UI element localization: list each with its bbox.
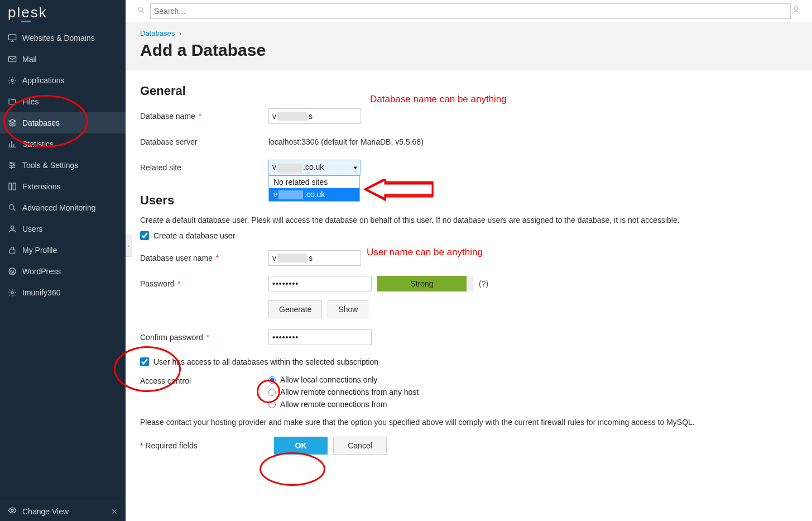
sidebar-item-label: Applications <box>22 76 65 85</box>
access-any-radio[interactable] <box>268 389 276 396</box>
breadcrumb: Databases › <box>140 29 797 37</box>
firewall-note: Please contact your hosting provider and… <box>140 418 797 427</box>
sidebar-item-label: Extensions <box>22 182 60 191</box>
ok-button[interactable]: OK <box>274 437 328 455</box>
all-access-checkbox[interactable] <box>140 357 149 366</box>
sidebar-item-mail[interactable]: Mail <box>0 49 126 70</box>
close-icon[interactable]: ✕ <box>111 507 118 516</box>
password-strength: Strong <box>377 276 467 291</box>
access-local-label: Allow local connections only <box>280 375 377 384</box>
label-password: Password * <box>140 279 268 288</box>
access-from-label: Allow remote connections from <box>280 400 387 409</box>
redacted-block <box>277 112 307 121</box>
chevron-right-icon: › <box>179 29 181 37</box>
sidebar-item-websites[interactable]: Websites & Domains <box>0 27 126 49</box>
related-site-dropdown: No related sites v.co.uk <box>268 175 360 202</box>
brand-logo: plesk <box>0 0 126 25</box>
svg-rect-0 <box>8 35 16 40</box>
sidebar-item-imunify[interactable]: Imunify360 <box>0 282 126 303</box>
users-description: Create a default database user. Plesk wi… <box>140 216 797 224</box>
sidebar-item-wordpress[interactable]: WordPress <box>0 261 126 282</box>
change-view-label: Change View <box>22 507 69 516</box>
bars-icon <box>8 140 17 149</box>
svg-point-14 <box>138 7 143 12</box>
sidebar-item-label: Tools & Settings <box>22 161 78 170</box>
svg-rect-6 <box>9 183 12 190</box>
section-users: Users <box>140 193 797 208</box>
svg-point-13 <box>11 509 13 512</box>
svg-rect-7 <box>13 183 16 190</box>
confirm-password-input[interactable]: •••••••• <box>268 329 372 345</box>
sidebar-item-label: Users <box>22 224 43 233</box>
user-icon <box>8 224 17 233</box>
top-bar <box>126 0 812 22</box>
sidebar-item-tools[interactable]: Tools & Settings <box>0 155 126 176</box>
sidebar-item-label: Statistics <box>22 140 54 149</box>
sidebar: plesk Websites & Domains Mail Applicatio… <box>0 0 126 521</box>
section-general: General <box>140 84 797 98</box>
sidebar-item-extensions[interactable]: Extensions <box>0 176 126 197</box>
dropdown-option-none[interactable]: No related sites <box>269 176 359 188</box>
search-input[interactable] <box>150 3 791 19</box>
sidebar-item-files[interactable]: Files <box>0 91 126 112</box>
sidebar-item-profile[interactable]: My Profile <box>0 240 126 261</box>
db-user-name-input[interactable]: vs <box>268 250 361 266</box>
sidebar-nav: Websites & Domains Mail Applications Fil… <box>0 27 126 501</box>
access-from-radio[interactable] <box>268 401 276 408</box>
account-icon[interactable] <box>791 5 801 17</box>
db-name-input[interactable]: vs <box>268 108 361 124</box>
search-icon <box>137 6 146 16</box>
svg-point-12 <box>11 291 13 294</box>
label-confirm-password: Confirm password * <box>140 333 268 342</box>
svg-point-8 <box>9 205 14 209</box>
breadcrumb-parent[interactable]: Databases <box>140 29 175 37</box>
all-access-label: User has access to all databases within … <box>153 357 378 366</box>
sidebar-item-label: Files <box>22 97 39 106</box>
magnify-icon <box>8 203 17 212</box>
label-db-server: Database server <box>140 137 268 146</box>
related-site-select[interactable]: v.co.uk ▾ <box>268 160 361 175</box>
label-db-name: Database name * <box>140 112 268 121</box>
svg-point-2 <box>11 79 13 82</box>
sidebar-item-applications[interactable]: Applications <box>0 70 126 91</box>
password-input[interactable]: •••••••• <box>268 276 372 291</box>
access-any-label: Allow remote connections from any host <box>280 388 419 396</box>
sidebar-item-statistics[interactable]: Statistics <box>0 133 126 155</box>
strength-gap <box>467 276 473 291</box>
dropdown-option-site[interactable]: v.co.uk <box>269 188 359 201</box>
create-user-label: Create a database user <box>153 231 235 240</box>
gear-icon <box>8 288 17 297</box>
monitor-icon <box>8 34 17 42</box>
stack-icon <box>8 118 17 127</box>
envelope-icon <box>8 55 17 64</box>
gear-icon <box>8 76 17 85</box>
sidebar-item-monitoring[interactable]: Advanced Monitoring <box>0 197 126 218</box>
create-user-checkbox[interactable] <box>140 231 149 240</box>
sidebar-item-databases[interactable]: Databases <box>0 112 126 133</box>
sidebar-item-label: Websites & Domains <box>22 34 95 42</box>
required-fields-note: * Required fields <box>140 441 268 450</box>
sidebar-item-users[interactable]: Users <box>0 218 126 240</box>
label-related-site: Related site <box>140 163 268 172</box>
password-help[interactable]: (?) <box>479 279 488 288</box>
sidebar-item-label: WordPress <box>22 267 61 276</box>
label-access-control: Access control <box>140 374 268 385</box>
sliders-icon <box>8 161 17 170</box>
sidebar-item-label: Advanced Monitoring <box>22 203 96 212</box>
sidebar-item-label: Imunify360 <box>22 288 60 297</box>
cancel-button[interactable]: Cancel <box>333 437 387 455</box>
access-local-radio[interactable] <box>268 376 276 384</box>
chevron-down-icon: ▾ <box>354 164 357 171</box>
show-button[interactable]: Show <box>328 300 368 318</box>
sidebar-item-label: Mail <box>22 55 37 64</box>
folder-icon <box>8 97 17 106</box>
breadcrumb-bar: Databases › Add a Database <box>126 22 812 70</box>
svg-point-9 <box>11 226 13 229</box>
lock-icon <box>8 246 17 255</box>
change-view-button[interactable]: Change View ✕ <box>0 501 126 521</box>
generate-button[interactable]: Generate <box>268 300 322 318</box>
db-server-value: localhost:3306 (default for MariaDB, v5.… <box>268 137 424 146</box>
page-title: Add a Database <box>140 41 797 60</box>
sidebar-collapse-handle[interactable]: ‹ <box>126 235 132 257</box>
panels-icon <box>8 182 17 191</box>
